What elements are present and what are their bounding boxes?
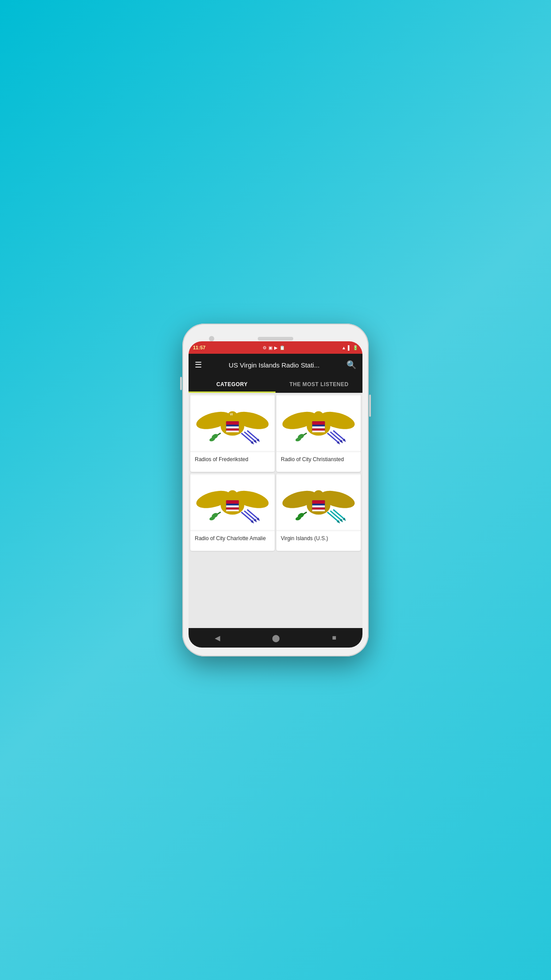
home-button[interactable]: ⬤ (263, 630, 289, 646)
card-image-christiansted (276, 395, 361, 452)
wifi-icon: ▲ (342, 345, 346, 350)
card-virgin-islands[interactable]: Virgin Islands (U.S.) (276, 474, 361, 551)
status-icons-right: ▲ ▌ 🔋 (342, 345, 358, 350)
card-label-christiansted: Radio of City Christiansted (276, 452, 361, 472)
svg-rect-30 (312, 431, 325, 432)
camera (209, 336, 214, 341)
phone-frame: 11:57 ⚙ ▣ ▶ 📋 ▲ ▌ 🔋 ☰ US Virgin Islands … (182, 324, 369, 656)
settings-icon: ⚙ (263, 345, 267, 350)
card-christiansted[interactable]: Radio of City Christiansted (276, 395, 361, 472)
card-charlotte-amalie[interactable]: Radio of City Charlotte Amalie (190, 474, 275, 551)
svg-rect-27 (312, 421, 325, 425)
svg-rect-8 (226, 427, 239, 429)
svg-rect-9 (226, 428, 239, 431)
square-icon: ▣ (268, 345, 272, 350)
search-icon[interactable]: 🔍 (346, 360, 356, 370)
svg-rect-29 (312, 428, 325, 431)
svg-text:VI: VI (230, 413, 232, 416)
tab-category[interactable]: CATEGORY (189, 376, 276, 393)
card-label-charlotte-amalie: Radio of City Charlotte Amalie (190, 531, 275, 551)
svg-rect-28 (312, 427, 325, 429)
svg-rect-67 (312, 507, 325, 510)
bottom-nav: ◀ ⬤ ■ (189, 628, 362, 648)
card-label-frederiksted: Radios of Frederiksted (190, 452, 275, 472)
app-title: US Virgin Islands Radio Stati... (202, 361, 346, 369)
battery-icon: 🔋 (353, 345, 358, 350)
svg-rect-7 (226, 421, 239, 425)
svg-rect-65 (312, 500, 325, 504)
status-bar: 11:57 ⚙ ▣ ▶ 📋 ▲ ▌ 🔋 (189, 341, 362, 354)
flag-frederiksted: VI (190, 395, 275, 452)
status-time: 11:57 (193, 345, 205, 350)
flag-charlotte-amalie (190, 474, 275, 531)
status-icons-left: ⚙ ▣ ▶ 📋 (263, 345, 285, 350)
tab-most-listened[interactable]: THE MOST LISTENED (276, 376, 362, 393)
speaker (258, 337, 293, 340)
content-grid: VI Radios of Frederiksted (189, 393, 362, 628)
flag-virgin-islands (276, 474, 361, 531)
svg-rect-47 (226, 506, 239, 508)
recent-apps-button[interactable]: ■ (323, 630, 346, 645)
top-bar: ☰ US Virgin Islands Radio Stati... 🔍 (189, 354, 362, 376)
flag-christiansted (276, 395, 361, 452)
svg-rect-46 (226, 500, 239, 504)
svg-rect-66 (312, 506, 325, 508)
card-image-charlotte-amalie (190, 474, 275, 531)
phone-screen: 11:57 ⚙ ▣ ▶ 📋 ▲ ▌ 🔋 ☰ US Virgin Islands … (189, 341, 362, 648)
clipboard-icon: 📋 (279, 345, 285, 350)
svg-rect-48 (226, 507, 239, 510)
tabs-bar: CATEGORY THE MOST LISTENED (189, 376, 362, 393)
back-button[interactable]: ◀ (206, 630, 229, 646)
card-label-virgin-islands: Virgin Islands (U.S.) (276, 531, 361, 551)
card-image-virgin-islands (276, 474, 361, 531)
hamburger-menu-icon[interactable]: ☰ (195, 360, 202, 370)
power-button (369, 395, 371, 417)
signal-icon: ▌ (348, 345, 351, 350)
play-icon: ▶ (274, 345, 278, 350)
svg-rect-68 (312, 510, 325, 511)
volume-button (180, 377, 182, 390)
svg-rect-49 (226, 510, 239, 511)
svg-rect-10 (226, 431, 239, 432)
card-image-frederiksted: VI (190, 395, 275, 452)
card-frederiksted[interactable]: VI Radios of Frederiksted (190, 395, 275, 472)
